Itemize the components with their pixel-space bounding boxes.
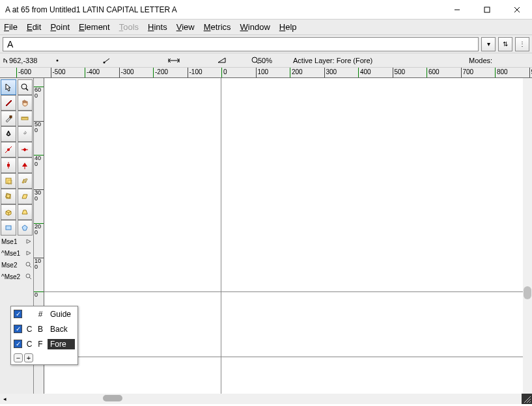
menu-file[interactable]: File — [4, 22, 18, 32]
scroll-left-arrow[interactable]: ◂ — [0, 394, 9, 403]
corner-point-tool[interactable] — [1, 157, 16, 173]
ruler-v-tick: 500 — [35, 122, 44, 133]
ruler-v-tick: 400 — [35, 156, 44, 167]
layers-panel: ✓#Guide✓CBBack✓CFFore−+ — [10, 306, 78, 365]
scrollbar-horizontal[interactable]: ◂ ▸ — [0, 394, 532, 404]
mouse-binding-2[interactable]: Mse2 — [0, 259, 33, 271]
layer-type-label: F — [36, 340, 44, 349]
window-titlebar: A at 65 from Untitled1 LATIN CAPITAL LET… — [0, 0, 532, 20]
scrollbar-v-thumb[interactable] — [524, 286, 531, 299]
width-icon — [168, 57, 180, 64]
ruler-v-tick: 200 — [35, 224, 44, 236]
menu-element[interactable]: Element — [79, 22, 110, 32]
resize-grip[interactable] — [522, 394, 532, 404]
scrollbar-h-thumb[interactable] — [103, 395, 122, 401]
layer-name[interactable]: Back — [48, 324, 75, 334]
knife-tool[interactable] — [1, 111, 16, 126]
mouse-binding-ctrl2[interactable]: ^Mse2 — [0, 271, 33, 282]
rect-tool[interactable] — [1, 220, 16, 236]
maximize-button[interactable] — [472, 0, 502, 19]
info-arrow-icon — [3, 57, 9, 64]
layer-name[interactable]: Fore — [48, 339, 75, 349]
glyph-dropdown-button[interactable]: ▾ — [481, 37, 496, 51]
polygon-tool[interactable] — [18, 220, 33, 236]
tangent-point-tool[interactable] — [18, 157, 33, 173]
3d-rotate-tool[interactable] — [1, 204, 16, 220]
glyph-menu-button[interactable]: ⋮ — [515, 37, 529, 51]
menu-tools: Tools — [119, 22, 139, 32]
scale-tool[interactable] — [1, 173, 16, 189]
pointer-tool[interactable] — [1, 79, 16, 95]
window-controls — [442, 0, 532, 19]
menu-edit[interactable]: Edit — [27, 22, 41, 32]
svg-line-13 — [26, 88, 28, 90]
spiro-tool[interactable] — [18, 126, 33, 142]
origin-vertical-line — [221, 78, 221, 394]
ruler-h-tick: -100 — [189, 68, 203, 75]
hvcurve-point-tool[interactable] — [18, 142, 33, 157]
magnify-tool[interactable] — [18, 79, 33, 95]
rotate-tool[interactable] — [1, 189, 16, 204]
layer-row-fore[interactable]: ✓CFFore — [11, 336, 77, 351]
ruler-h-tick: 600 — [428, 68, 440, 75]
ruler-h-tick: 700 — [463, 68, 474, 75]
ruler-horizontal: -600-500-400-300-200-1000100200300400500… — [0, 68, 532, 78]
pen-tool[interactable] — [1, 126, 16, 142]
ruler-h-tick: 400 — [360, 68, 371, 75]
menu-view[interactable]: View — [176, 22, 195, 32]
layer-row-guide[interactable]: ✓#Guide — [11, 306, 77, 321]
layer-type-label: # — [36, 310, 44, 319]
curve-point-tool[interactable] — [1, 142, 16, 157]
layer-name[interactable]: Guide — [48, 309, 75, 319]
minimize-button[interactable] — [442, 0, 472, 19]
add-layer-button[interactable]: + — [24, 353, 33, 362]
descender-line — [44, 357, 532, 357]
skew-tool[interactable] — [18, 189, 33, 204]
svg-point-20 — [8, 133, 9, 135]
glyph-updown-button[interactable]: ⇅ — [498, 37, 512, 51]
layer-visible-checkbox[interactable]: ✓ — [14, 340, 22, 348]
main-area: Mse1 ^Mse1 Mse2 ^Mse2 600500400300200100… — [0, 78, 532, 394]
layer-row-back[interactable]: ✓CBBack — [11, 321, 77, 336]
menu-window[interactable]: Window — [240, 22, 270, 32]
mouse-binding-1[interactable]: Mse1 — [0, 236, 33, 247]
perspective-tool[interactable] — [18, 204, 33, 220]
layer-visible-checkbox[interactable]: ✓ — [14, 325, 22, 333]
menu-hints[interactable]: Hints — [148, 22, 167, 32]
glyph-name-row: ▾ ⇅ ⋮ — [0, 35, 532, 53]
layer-visible-checkbox[interactable]: ✓ — [14, 310, 22, 318]
svg-line-22 — [5, 146, 12, 153]
close-button[interactable] — [502, 0, 532, 19]
scrollbar-vertical[interactable] — [523, 78, 532, 394]
svg-rect-1 — [484, 7, 490, 12]
zoom-label: 50% — [258, 57, 272, 64]
glyph-canvas[interactable] — [44, 78, 532, 394]
svg-rect-28 — [6, 178, 11, 183]
layer-type-label: B — [36, 325, 44, 334]
ruler-v-tick: 300 — [35, 190, 44, 202]
ruler-h-tick: 300 — [326, 68, 337, 75]
ruler-h-tick: 0 — [223, 68, 227, 75]
freehand-tool[interactable] — [1, 95, 16, 111]
ruler-tool[interactable] — [18, 111, 33, 126]
mouse-binding-ctrl1[interactable]: ^Mse1 — [0, 247, 33, 259]
svg-point-10 — [252, 57, 257, 62]
layer-cubic-label: C — [25, 325, 33, 334]
coords-label: 962,-338 — [9, 57, 37, 64]
ruler-h-tick: 800 — [497, 68, 508, 75]
menu-help[interactable]: Help — [279, 22, 297, 32]
flip-tool[interactable] — [18, 173, 33, 189]
ruler-h-tick: -200 — [155, 68, 168, 75]
hand-tool[interactable] — [18, 95, 33, 111]
info-bar: 962,-338 50% Active Layer: Fore (Fore) M… — [0, 53, 532, 68]
window-title: A at 65 from Untitled1 LATIN CAPITAL LET… — [5, 5, 442, 14]
svg-rect-14 — [10, 116, 12, 118]
ruler-h-tick: -300 — [121, 68, 134, 75]
ruler-h-tick: 500 — [395, 68, 406, 75]
ruler-h-tick: -500 — [53, 68, 66, 75]
remove-layer-button[interactable]: − — [14, 353, 23, 362]
glyph-name-input[interactable] — [3, 37, 479, 51]
menu-metrics[interactable]: Metrics — [204, 22, 231, 32]
menu-bar: FileEditPointElementToolsHintsViewMetric… — [0, 20, 532, 35]
menu-point[interactable]: Point — [50, 22, 70, 32]
